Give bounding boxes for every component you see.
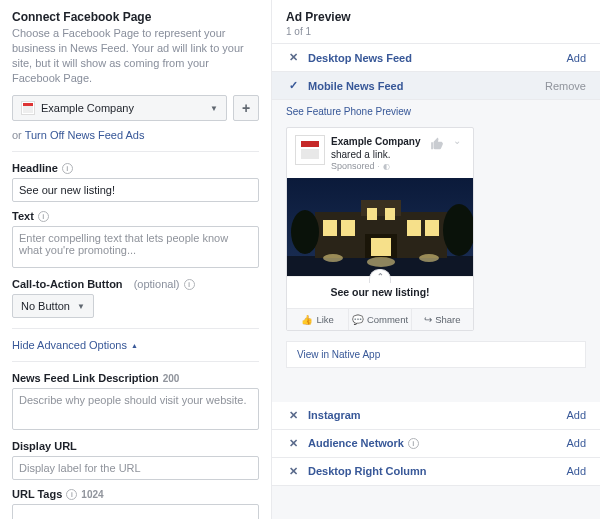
info-icon[interactable]: i bbox=[62, 163, 73, 174]
company-avatar-icon bbox=[295, 135, 325, 165]
ad-preview-pane: Ad Preview 1 of 1 ✕ Desktop News Feed Ad… bbox=[272, 0, 600, 519]
selected-page-name: Example Company bbox=[41, 102, 134, 114]
check-icon: ✓ bbox=[286, 79, 300, 92]
display-url-input[interactable] bbox=[12, 456, 259, 480]
svg-point-16 bbox=[323, 254, 343, 262]
info-icon[interactable]: i bbox=[38, 211, 49, 222]
svg-rect-0 bbox=[23, 103, 33, 106]
info-icon[interactable]: i bbox=[66, 489, 77, 500]
svg-rect-2 bbox=[301, 141, 319, 147]
thumb-up-icon bbox=[427, 135, 447, 153]
placement-mobile-news-feed[interactable]: ✓ Mobile News Feed Remove bbox=[272, 72, 600, 100]
x-icon: ✕ bbox=[286, 409, 300, 422]
cta-select[interactable]: No Button ▼ bbox=[12, 294, 94, 318]
display-url-label: Display URL bbox=[12, 440, 259, 452]
globe-icon: · bbox=[378, 162, 380, 172]
share-icon: ↪ bbox=[424, 314, 432, 325]
text-label: Text i bbox=[12, 210, 259, 222]
nfld-input[interactable] bbox=[12, 388, 259, 430]
add-page-button[interactable]: + bbox=[233, 95, 259, 121]
add-placement-button[interactable]: Add bbox=[566, 437, 586, 449]
comment-icon: 💬 bbox=[352, 314, 364, 325]
placement-instagram[interactable]: ✕ Instagram Add bbox=[272, 402, 600, 430]
x-icon: ✕ bbox=[286, 51, 300, 64]
svg-point-17 bbox=[419, 254, 439, 262]
add-placement-button[interactable]: Add bbox=[566, 52, 586, 64]
preview-count: 1 of 1 bbox=[286, 26, 586, 37]
add-placement-button[interactable]: Add bbox=[566, 409, 586, 421]
svg-rect-1 bbox=[23, 106, 33, 113]
svg-rect-3 bbox=[301, 149, 319, 159]
chevron-down-icon[interactable]: ⌄ bbox=[453, 135, 465, 173]
view-native-app-link[interactable]: View in Native App bbox=[286, 341, 586, 368]
headline-label: Headline i bbox=[12, 162, 259, 174]
mock-company-name: Example Company bbox=[331, 136, 420, 147]
ad-form-pane: Connect Facebook Page Choose a Facebook … bbox=[0, 0, 272, 519]
facebook-page-select[interactable]: Example Company ▼ bbox=[12, 95, 227, 121]
divider bbox=[12, 151, 259, 152]
mock-caption: ⌃ See our new listing! bbox=[287, 276, 473, 308]
mobile-ad-mock: Example Company shared a link. Sponsored… bbox=[286, 127, 474, 331]
mock-shared-text: shared a link. bbox=[331, 149, 390, 160]
chevron-up-icon[interactable]: ⌃ bbox=[369, 269, 391, 283]
placement-desktop-right-column[interactable]: ✕ Desktop Right Column Add bbox=[272, 458, 600, 486]
remove-placement-button[interactable]: Remove bbox=[545, 80, 586, 92]
url-tags-label: URL Tags i 1024 bbox=[12, 488, 259, 500]
share-button[interactable]: ↪Share bbox=[412, 309, 473, 330]
or-turn-off-row: or Turn Off News Feed Ads bbox=[12, 129, 259, 141]
caret-down-icon: ▼ bbox=[210, 104, 218, 113]
svg-rect-15 bbox=[371, 238, 391, 256]
nfld-counter: 200 bbox=[163, 373, 180, 384]
nfld-label: News Feed Link Description 200 bbox=[12, 372, 259, 384]
svg-point-18 bbox=[367, 257, 395, 267]
privacy-icon: ◐ bbox=[383, 162, 390, 172]
comment-button[interactable]: 💬Comment bbox=[349, 309, 411, 330]
url-tags-counter: 1024 bbox=[81, 489, 103, 500]
page-logo-icon bbox=[21, 101, 35, 115]
add-placement-button[interactable]: Add bbox=[566, 465, 586, 477]
thumb-icon: 👍 bbox=[301, 314, 313, 325]
placement-desktop-news-feed[interactable]: ✕ Desktop News Feed Add bbox=[272, 44, 600, 72]
triangle-up-icon: ▲ bbox=[131, 342, 138, 349]
like-button[interactable]: 👍Like bbox=[287, 309, 349, 330]
mobile-preview-area: Example Company shared a link. Sponsored… bbox=[272, 123, 600, 378]
divider bbox=[12, 361, 259, 362]
mock-sponsored-label: Sponsored·◐ bbox=[331, 161, 421, 173]
advanced-options-toggle[interactable]: Hide Advanced Options ▲ bbox=[12, 339, 259, 351]
svg-rect-11 bbox=[385, 208, 395, 220]
mock-ad-image bbox=[287, 178, 473, 276]
svg-rect-9 bbox=[341, 220, 355, 236]
preview-title: Ad Preview bbox=[286, 10, 586, 24]
x-icon: ✕ bbox=[286, 437, 300, 450]
placement-audience-network[interactable]: ✕ Audience Network i Add bbox=[272, 430, 600, 458]
connect-page-title: Connect Facebook Page bbox=[12, 10, 259, 24]
turn-off-newsfeed-link[interactable]: Turn Off News Feed Ads bbox=[25, 129, 145, 141]
info-icon[interactable]: i bbox=[408, 438, 419, 449]
svg-rect-12 bbox=[407, 220, 421, 236]
svg-rect-8 bbox=[323, 220, 337, 236]
svg-rect-10 bbox=[367, 208, 377, 220]
divider bbox=[12, 328, 259, 329]
headline-input[interactable] bbox=[12, 178, 259, 202]
caret-down-icon: ▼ bbox=[77, 302, 85, 311]
feature-phone-preview-link[interactable]: See Feature Phone Preview bbox=[272, 100, 600, 123]
connect-page-subtext: Choose a Facebook Page to represent your… bbox=[12, 26, 259, 85]
svg-point-19 bbox=[291, 210, 319, 254]
info-icon[interactable]: i bbox=[184, 279, 195, 290]
mock-action-bar: 👍Like 💬Comment ↪Share bbox=[287, 308, 473, 330]
svg-rect-13 bbox=[425, 220, 439, 236]
x-icon: ✕ bbox=[286, 465, 300, 478]
text-input[interactable] bbox=[12, 226, 259, 268]
url-tags-input[interactable] bbox=[12, 504, 259, 519]
cta-label: Call-to-Action Button (optional) i bbox=[12, 278, 259, 290]
preview-header: Ad Preview 1 of 1 bbox=[272, 0, 600, 44]
